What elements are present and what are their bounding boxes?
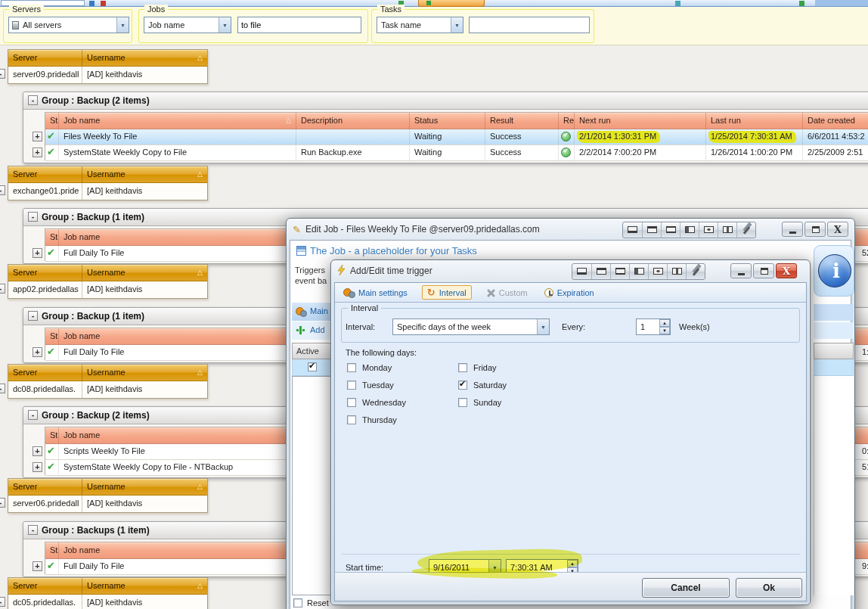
chevron-down-icon[interactable]: ▼ bbox=[219, 17, 231, 33]
tab-custom[interactable]: Custom bbox=[484, 287, 530, 299]
dock-left-icon[interactable] bbox=[629, 264, 648, 279]
expand-row-button[interactable]: + bbox=[33, 561, 42, 571]
dock-center-icon[interactable] bbox=[648, 264, 667, 279]
username-column-header[interactable]: Username△ bbox=[82, 166, 207, 182]
checkbox-thursday[interactable] bbox=[347, 415, 356, 424]
collapse-expander[interactable]: - bbox=[0, 498, 5, 508]
expand-row-button[interactable]: + bbox=[33, 462, 42, 472]
job-column-header[interactable]: Job name△ bbox=[59, 229, 296, 245]
job-column-header[interactable]: Job name△ bbox=[59, 328, 296, 344]
job-column-header[interactable]: Date created bbox=[803, 113, 868, 129]
pin-icon[interactable] bbox=[736, 222, 755, 238]
trigger-row-selected[interactable] bbox=[292, 359, 336, 376]
maximize-button[interactable] bbox=[753, 263, 774, 278]
trigger-row-selected[interactable] bbox=[814, 359, 854, 376]
checkbox-saturday[interactable] bbox=[458, 381, 467, 390]
dock-top-icon[interactable] bbox=[642, 222, 661, 238]
expand-row-button[interactable]: + bbox=[33, 148, 42, 157]
pin-icon[interactable] bbox=[686, 264, 705, 279]
job-column-header[interactable]: Job name△ bbox=[59, 542, 296, 558]
every-stepper[interactable]: 1 ▲▼ bbox=[636, 318, 671, 335]
job-column-header[interactable]: Result bbox=[485, 113, 559, 129]
job-column-header[interactable]: St bbox=[45, 229, 59, 245]
collapse-expander[interactable]: - bbox=[28, 525, 38, 535]
info-icon[interactable] bbox=[818, 254, 851, 287]
server-column-header[interactable]: Server bbox=[8, 265, 82, 281]
chevron-down-icon[interactable]: ▼ bbox=[116, 17, 129, 33]
collapse-expander[interactable]: - bbox=[0, 597, 5, 607]
tasks-filter-combo[interactable]: Task name ▼ bbox=[377, 17, 463, 33]
job-column-header[interactable]: Job name△ bbox=[59, 427, 296, 443]
trigger-titlebar[interactable]: Add/Edit time trigger X bbox=[331, 260, 810, 281]
trigger-list-column-header[interactable]: △ bbox=[814, 343, 854, 359]
tab-main-settings[interactable]: Main settings bbox=[341, 286, 410, 299]
username-column-header[interactable]: Username△ bbox=[82, 50, 207, 66]
username-column-header[interactable]: Username△ bbox=[82, 365, 207, 381]
toolbar-icon[interactable] bbox=[101, 1, 106, 6]
server-column-header[interactable]: Server bbox=[8, 479, 82, 495]
dock-top-icon[interactable] bbox=[591, 264, 610, 279]
checkbox-friday[interactable] bbox=[458, 363, 467, 372]
username-column-header[interactable]: Username△ bbox=[82, 578, 207, 594]
job-row[interactable]: ✔Files Weekly To FileWaitingSuccess2/1/2… bbox=[45, 129, 868, 145]
minimize-button[interactable] bbox=[730, 263, 752, 278]
job-column-header[interactable]: Description bbox=[296, 113, 410, 129]
tab-interval[interactable]: ↻Interval bbox=[422, 285, 472, 300]
spin-down-icon[interactable]: ▼ bbox=[659, 327, 670, 334]
active-column-header[interactable]: Active bbox=[292, 343, 336, 359]
job-column-header[interactable]: St bbox=[45, 113, 59, 129]
maximize-button[interactable] bbox=[804, 222, 826, 237]
spin-up-icon[interactable]: ▲ bbox=[567, 560, 578, 567]
collapse-expander[interactable]: - bbox=[0, 185, 5, 195]
toolbar-icon[interactable] bbox=[675, 1, 680, 6]
username-column-header[interactable]: Username△ bbox=[82, 479, 207, 495]
dock-split-icon[interactable] bbox=[718, 222, 736, 238]
jobs-filter-input[interactable] bbox=[237, 17, 361, 33]
server-row[interactable]: server06.pridedall[AD] keithdavis bbox=[8, 496, 207, 512]
server-column-header[interactable]: Server bbox=[8, 365, 82, 381]
dock-fill-icon[interactable] bbox=[610, 264, 629, 279]
server-row[interactable]: dc08.pridedallas.[AD] keithdavis bbox=[8, 381, 207, 398]
chevron-down-icon[interactable]: ▼ bbox=[451, 17, 463, 33]
active-checkbox[interactable] bbox=[308, 362, 317, 371]
job-column-header[interactable]: St bbox=[45, 542, 59, 558]
checkbox-sunday[interactable] bbox=[458, 398, 467, 407]
collapse-expander[interactable]: - bbox=[0, 284, 5, 294]
server-row[interactable]: dc05.pridedallas.[AD] keithdavis bbox=[8, 595, 207, 609]
dock-bottom-icon[interactable] bbox=[572, 264, 591, 279]
job-row[interactable]: ✔SystemState Weekly Copy to FileRun Back… bbox=[45, 145, 868, 161]
close-button[interactable]: X bbox=[827, 222, 848, 237]
collapse-expander[interactable]: - bbox=[28, 410, 38, 420]
collapse-expander[interactable]: - bbox=[28, 212, 38, 222]
job-column-header[interactable]: Next run bbox=[575, 113, 706, 129]
ok-button[interactable]: Ok bbox=[736, 578, 802, 598]
toolbar-icon[interactable] bbox=[799, 1, 804, 6]
checkbox-tuesday[interactable] bbox=[347, 381, 356, 390]
job-column-header[interactable]: St bbox=[45, 328, 59, 344]
server-row[interactable]: server09.pridedall[AD] keithdavis bbox=[8, 67, 207, 83]
jobs-filter-combo[interactable]: Job name ▼ bbox=[144, 17, 231, 33]
dock-bottom-icon[interactable] bbox=[623, 222, 642, 238]
tasks-filter-input[interactable] bbox=[469, 17, 590, 33]
checkbox-wednesday[interactable] bbox=[347, 398, 356, 407]
server-row[interactable]: exchange01.pride[AD] keithdavis bbox=[8, 183, 207, 200]
close-button[interactable]: X bbox=[776, 263, 797, 278]
server-row[interactable]: app02.pridedallas[AD] keithdavis bbox=[8, 281, 207, 298]
dock-center-icon[interactable] bbox=[699, 222, 718, 238]
expand-row-button[interactable]: + bbox=[33, 248, 42, 258]
trigger-list[interactable] bbox=[292, 376, 336, 595]
dock-fill-icon[interactable] bbox=[661, 222, 680, 238]
username-column-header[interactable]: Username△ bbox=[82, 265, 207, 281]
chevron-down-icon[interactable]: ▼ bbox=[537, 319, 549, 334]
expand-row-button[interactable]: + bbox=[33, 132, 42, 141]
collapse-expander[interactable]: - bbox=[28, 95, 38, 105]
collapse-expander[interactable]: - bbox=[0, 384, 5, 393]
group-header[interactable]: -Group : Backup (2 items) bbox=[23, 92, 868, 110]
toolbar-icon[interactable] bbox=[89, 1, 95, 6]
minimize-button[interactable] bbox=[782, 222, 803, 237]
toolbar-orange-button[interactable] bbox=[418, 0, 485, 7]
server-column-header[interactable]: Server bbox=[8, 50, 82, 66]
job-column-header[interactable]: Re bbox=[559, 113, 575, 129]
reset-checkbox[interactable] bbox=[293, 598, 302, 607]
collapse-expander[interactable]: - bbox=[0, 69, 5, 79]
